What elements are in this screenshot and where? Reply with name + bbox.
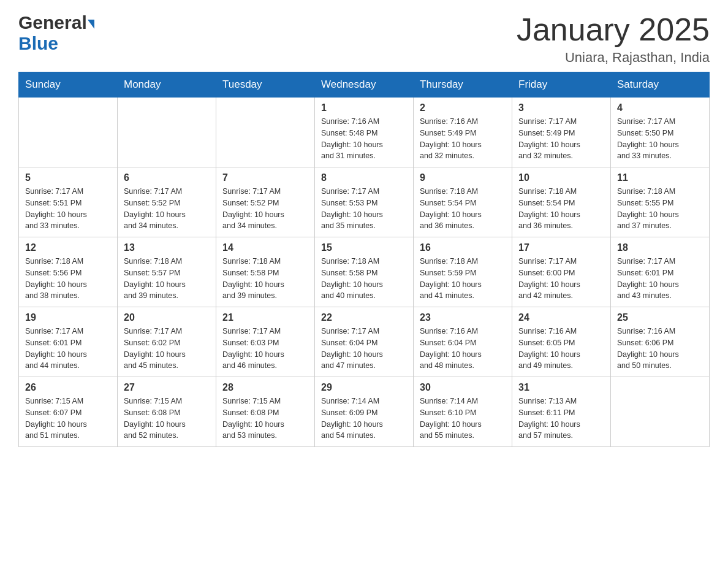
day-info: Sunrise: 7:15 AM Sunset: 6:08 PM Dayligh… — [222, 396, 308, 442]
calendar-week-row: 26Sunrise: 7:15 AM Sunset: 6:07 PM Dayli… — [19, 377, 710, 447]
day-info: Sunrise: 7:18 AM Sunset: 5:58 PM Dayligh… — [321, 256, 407, 302]
column-header-friday: Friday — [512, 72, 611, 98]
calendar-week-row: 1Sunrise: 7:16 AM Sunset: 5:48 PM Daylig… — [19, 98, 710, 167]
calendar-cell: 26Sunrise: 7:15 AM Sunset: 6:07 PM Dayli… — [19, 377, 118, 447]
day-info: Sunrise: 7:17 AM Sunset: 5:53 PM Dayligh… — [321, 186, 407, 232]
day-number: 21 — [222, 312, 308, 323]
day-number: 23 — [420, 312, 506, 323]
day-info: Sunrise: 7:17 AM Sunset: 6:04 PM Dayligh… — [321, 326, 407, 372]
calendar-cell: 25Sunrise: 7:16 AM Sunset: 6:06 PM Dayli… — [611, 307, 710, 377]
calendar-header-row: SundayMondayTuesdayWednesdayThursdayFrid… — [19, 72, 710, 98]
calendar-cell: 6Sunrise: 7:17 AM Sunset: 5:52 PM Daylig… — [118, 167, 216, 237]
day-info: Sunrise: 7:16 AM Sunset: 5:49 PM Dayligh… — [420, 116, 506, 162]
calendar-cell: 17Sunrise: 7:17 AM Sunset: 6:00 PM Dayli… — [512, 237, 611, 307]
day-info: Sunrise: 7:17 AM Sunset: 5:51 PM Dayligh… — [25, 186, 111, 232]
calendar-cell — [611, 377, 710, 447]
logo-general-text: General — [18, 12, 87, 33]
day-info: Sunrise: 7:17 AM Sunset: 5:52 PM Dayligh… — [222, 186, 308, 232]
day-info: Sunrise: 7:16 AM Sunset: 6:05 PM Dayligh… — [518, 326, 604, 372]
day-info: Sunrise: 7:18 AM Sunset: 5:54 PM Dayligh… — [518, 186, 604, 232]
column-header-wednesday: Wednesday — [315, 72, 414, 98]
day-number: 22 — [321, 312, 407, 323]
title-section: January 2025 Uniara, Rajasthan, India — [517, 12, 710, 66]
calendar-cell: 12Sunrise: 7:18 AM Sunset: 5:56 PM Dayli… — [19, 237, 118, 307]
calendar-subtitle: Uniara, Rajasthan, India — [517, 50, 710, 66]
calendar-cell: 21Sunrise: 7:17 AM Sunset: 6:03 PM Dayli… — [216, 307, 315, 377]
calendar-cell: 5Sunrise: 7:17 AM Sunset: 5:51 PM Daylig… — [19, 167, 118, 237]
day-info: Sunrise: 7:14 AM Sunset: 6:10 PM Dayligh… — [420, 396, 506, 442]
calendar-cell: 7Sunrise: 7:17 AM Sunset: 5:52 PM Daylig… — [216, 167, 315, 237]
day-info: Sunrise: 7:17 AM Sunset: 5:52 PM Dayligh… — [124, 186, 210, 232]
day-number: 10 — [518, 172, 604, 183]
day-info: Sunrise: 7:17 AM Sunset: 6:01 PM Dayligh… — [25, 326, 111, 372]
day-number: 30 — [420, 382, 506, 393]
calendar-cell: 13Sunrise: 7:18 AM Sunset: 5:57 PM Dayli… — [118, 237, 216, 307]
calendar-cell: 8Sunrise: 7:17 AM Sunset: 5:53 PM Daylig… — [315, 167, 414, 237]
day-number: 16 — [420, 242, 506, 253]
calendar-cell: 24Sunrise: 7:16 AM Sunset: 6:05 PM Dayli… — [512, 307, 611, 377]
day-number: 7 — [222, 172, 308, 183]
day-info: Sunrise: 7:18 AM Sunset: 5:55 PM Dayligh… — [617, 186, 703, 232]
logo-blue-text: Blue — [18, 33, 58, 53]
calendar-cell: 20Sunrise: 7:17 AM Sunset: 6:02 PM Dayli… — [118, 307, 216, 377]
day-number: 31 — [518, 382, 604, 393]
calendar-cell: 28Sunrise: 7:15 AM Sunset: 6:08 PM Dayli… — [216, 377, 315, 447]
day-number: 27 — [124, 382, 210, 393]
calendar-week-row: 19Sunrise: 7:17 AM Sunset: 6:01 PM Dayli… — [19, 307, 710, 377]
calendar-week-row: 5Sunrise: 7:17 AM Sunset: 5:51 PM Daylig… — [19, 167, 710, 237]
page-header: General Blue January 2025 Uniara, Rajast… — [18, 12, 710, 66]
day-number: 29 — [321, 382, 407, 393]
day-info: Sunrise: 7:17 AM Sunset: 6:01 PM Dayligh… — [617, 256, 703, 302]
column-header-thursday: Thursday — [414, 72, 512, 98]
calendar-cell: 19Sunrise: 7:17 AM Sunset: 6:01 PM Dayli… — [19, 307, 118, 377]
day-number: 4 — [617, 102, 703, 113]
day-number: 9 — [420, 172, 506, 183]
day-info: Sunrise: 7:17 AM Sunset: 6:02 PM Dayligh… — [124, 326, 210, 372]
calendar-cell: 18Sunrise: 7:17 AM Sunset: 6:01 PM Dayli… — [611, 237, 710, 307]
day-number: 2 — [420, 102, 506, 113]
calendar-cell: 9Sunrise: 7:18 AM Sunset: 5:54 PM Daylig… — [414, 167, 512, 237]
day-number: 12 — [25, 242, 111, 253]
day-info: Sunrise: 7:17 AM Sunset: 6:03 PM Dayligh… — [222, 326, 308, 372]
day-number: 26 — [25, 382, 111, 393]
calendar-cell: 1Sunrise: 7:16 AM Sunset: 5:48 PM Daylig… — [315, 98, 414, 167]
day-number: 20 — [124, 312, 210, 323]
calendar-cell — [216, 98, 315, 167]
day-number: 17 — [518, 242, 604, 253]
logo-triangle-icon — [88, 20, 94, 29]
column-header-tuesday: Tuesday — [216, 72, 315, 98]
day-info: Sunrise: 7:17 AM Sunset: 6:00 PM Dayligh… — [518, 256, 604, 302]
day-info: Sunrise: 7:16 AM Sunset: 5:48 PM Dayligh… — [321, 116, 407, 162]
logo: General Blue — [18, 12, 94, 54]
day-info: Sunrise: 7:18 AM Sunset: 5:54 PM Dayligh… — [420, 186, 506, 232]
calendar-cell: 14Sunrise: 7:18 AM Sunset: 5:58 PM Dayli… — [216, 237, 315, 307]
day-number: 13 — [124, 242, 210, 253]
day-info: Sunrise: 7:16 AM Sunset: 6:06 PM Dayligh… — [617, 326, 703, 372]
day-info: Sunrise: 7:18 AM Sunset: 5:59 PM Dayligh… — [420, 256, 506, 302]
calendar-cell: 30Sunrise: 7:14 AM Sunset: 6:10 PM Dayli… — [414, 377, 512, 447]
calendar-cell: 31Sunrise: 7:13 AM Sunset: 6:11 PM Dayli… — [512, 377, 611, 447]
column-header-monday: Monday — [118, 72, 216, 98]
day-info: Sunrise: 7:14 AM Sunset: 6:09 PM Dayligh… — [321, 396, 407, 442]
calendar-cell: 16Sunrise: 7:18 AM Sunset: 5:59 PM Dayli… — [414, 237, 512, 307]
calendar-cell: 10Sunrise: 7:18 AM Sunset: 5:54 PM Dayli… — [512, 167, 611, 237]
calendar-cell: 15Sunrise: 7:18 AM Sunset: 5:58 PM Dayli… — [315, 237, 414, 307]
day-number: 24 — [518, 312, 604, 323]
day-number: 1 — [321, 102, 407, 113]
column-header-saturday: Saturday — [611, 72, 710, 98]
day-info: Sunrise: 7:16 AM Sunset: 6:04 PM Dayligh… — [420, 326, 506, 372]
day-number: 11 — [617, 172, 703, 183]
calendar-cell: 29Sunrise: 7:14 AM Sunset: 6:09 PM Dayli… — [315, 377, 414, 447]
day-number: 14 — [222, 242, 308, 253]
day-number: 19 — [25, 312, 111, 323]
day-info: Sunrise: 7:17 AM Sunset: 5:49 PM Dayligh… — [518, 116, 604, 162]
day-number: 3 — [518, 102, 604, 113]
calendar-cell: 2Sunrise: 7:16 AM Sunset: 5:49 PM Daylig… — [414, 98, 512, 167]
day-number: 5 — [25, 172, 111, 183]
column-header-sunday: Sunday — [19, 72, 118, 98]
day-number: 28 — [222, 382, 308, 393]
day-info: Sunrise: 7:17 AM Sunset: 5:50 PM Dayligh… — [617, 116, 703, 162]
calendar-cell: 27Sunrise: 7:15 AM Sunset: 6:08 PM Dayli… — [118, 377, 216, 447]
day-info: Sunrise: 7:15 AM Sunset: 6:07 PM Dayligh… — [25, 396, 111, 442]
day-info: Sunrise: 7:18 AM Sunset: 5:57 PM Dayligh… — [124, 256, 210, 302]
